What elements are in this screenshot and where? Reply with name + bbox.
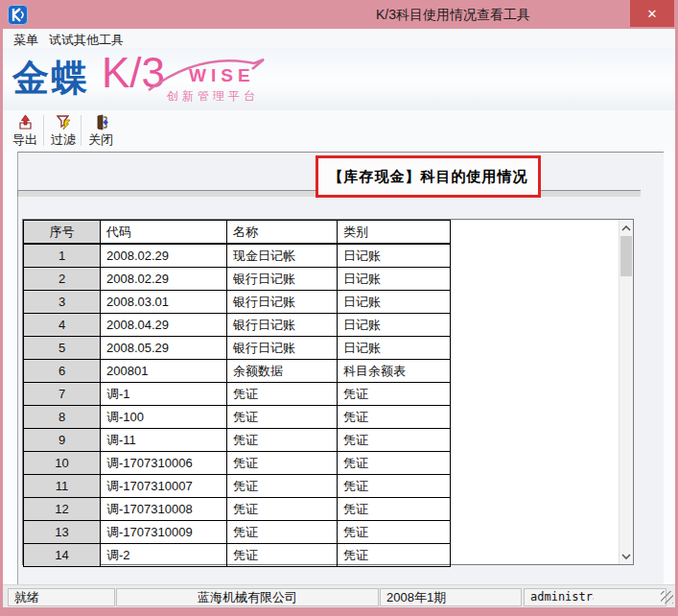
filter-button[interactable]: 过滤 <box>47 112 80 150</box>
logo-slogan: 创新管理平台 <box>167 88 259 105</box>
row-number-cell: 8 <box>24 406 101 429</box>
logo-strip: 金蝶 K/3 WISE 创新管理平台 <box>3 48 675 110</box>
app-window: { "window": { "title": "K/3科目使用情况查看工具", … <box>0 0 678 616</box>
row-number-cell: 7 <box>24 383 101 406</box>
row-number-cell: 5 <box>24 337 101 360</box>
table-cell: 凭证 <box>227 452 338 475</box>
close-tool-button[interactable]: 关闭 <box>84 112 117 150</box>
table-cell: 调-2 <box>101 544 227 567</box>
table-row[interactable]: 9调-11凭证凭证 <box>24 429 451 452</box>
table-cell: 凭证 <box>227 429 338 452</box>
table-cell: 凭证 <box>338 475 451 498</box>
table-row[interactable]: 14调-2凭证凭证 <box>24 544 451 567</box>
table-row[interactable]: 42008.04.29银行日记账日记账 <box>24 314 451 337</box>
table-cell: 凭证 <box>227 383 338 406</box>
row-number-cell: 12 <box>24 498 101 521</box>
row-number-cell: 11 <box>24 475 101 498</box>
titlebar[interactable]: K/3科目使用情况查看工具 ✕ <box>0 0 678 29</box>
table-row[interactable]: 6200801余额数据科目余额表 <box>24 360 451 383</box>
row-number-cell: 6 <box>24 360 101 383</box>
table-cell: 调-1 <box>101 383 227 406</box>
kingdee-brand-text: 金蝶 <box>12 54 89 103</box>
table-row[interactable]: 22008.02.29银行日记账日记账 <box>24 268 451 291</box>
table-cell: 凭证 <box>227 475 338 498</box>
table-cell: 银行日记账 <box>227 314 338 337</box>
row-number-cell: 13 <box>24 521 101 544</box>
table-cell: 凭证 <box>227 498 338 521</box>
status-ready: 就绪 <box>8 588 115 606</box>
export-icon <box>9 112 41 132</box>
table-cell: 凭证 <box>338 383 451 406</box>
table-row[interactable]: 10调-1707310006凭证凭证 <box>24 452 451 475</box>
close-tool-label: 关闭 <box>84 132 117 148</box>
toolbar: 导出 过滤 关闭 <box>3 110 675 152</box>
row-number-cell: 2 <box>24 268 101 291</box>
statusbar: 就绪 蓝海机械有限公司 2008年1期 administrator <box>3 584 675 607</box>
table-cell: 凭证 <box>338 521 451 544</box>
table-cell: 日记账 <box>338 314 451 337</box>
row-number-cell: 1 <box>24 244 101 268</box>
usage-grid: 序号 代码 名称 类别 12008.02.29现金日记帐日记账22008.02.… <box>22 219 634 565</box>
filter-icon <box>47 112 80 132</box>
menu-item-other-tools[interactable]: 试试其他工具 <box>45 31 128 50</box>
kingdee-app-icon[interactable] <box>8 5 28 25</box>
table-cell: 凭证 <box>227 406 338 429</box>
column-header-name: 名称 <box>227 221 338 245</box>
table-cell: 2008.04.29 <box>101 314 227 337</box>
row-number-cell: 4 <box>24 314 101 337</box>
minimize-button[interactable] <box>573 0 602 27</box>
table-cell: 凭证 <box>227 521 338 544</box>
table-cell: 200801 <box>101 360 227 383</box>
menubar: 菜单 试试其他工具 <box>3 29 675 49</box>
table-cell: 凭证 <box>338 429 451 452</box>
vertical-scrollbar[interactable] <box>619 220 633 564</box>
table-cell: 凭证 <box>227 544 338 567</box>
scroll-down-icon[interactable] <box>620 549 633 563</box>
table-row[interactable]: 32008.03.01银行日记账日记账 <box>24 291 451 314</box>
table-header-row: 序号 代码 名称 类别 <box>24 221 451 245</box>
table-cell: 日记账 <box>338 244 451 268</box>
table-cell: 2008.05.29 <box>101 337 227 360</box>
table-cell: 凭证 <box>338 452 451 475</box>
table-cell: 调-1707310008 <box>101 498 227 521</box>
toolbar-separator <box>81 115 82 146</box>
column-header-category: 类别 <box>338 221 451 245</box>
table-cell: 调-1707310007 <box>101 475 227 498</box>
menu-item-menu[interactable]: 菜单 <box>10 31 42 50</box>
table-row[interactable]: 7调-1凭证凭证 <box>24 383 451 406</box>
maximize-button[interactable] <box>602 0 629 27</box>
row-number-cell: 14 <box>24 544 101 567</box>
export-label: 导出 <box>9 132 41 148</box>
account-usage-banner: 【库存现金】科目的使用情况 <box>316 155 541 198</box>
row-number-cell: 10 <box>24 452 101 475</box>
filter-label: 过滤 <box>47 132 80 148</box>
table-cell: 凭证 <box>338 406 451 429</box>
table-row[interactable]: 12008.02.29现金日记帐日记账 <box>24 244 451 268</box>
scrollbar-thumb[interactable] <box>620 236 632 276</box>
table-cell: 余额数据 <box>227 360 338 383</box>
resize-grip[interactable] <box>661 591 673 604</box>
table-cell: 银行日记账 <box>227 291 338 314</box>
table-cell: 调-100 <box>101 406 227 429</box>
table-row[interactable]: 13调-1707310009凭证凭证 <box>24 521 451 544</box>
table-cell: 日记账 <box>338 337 451 360</box>
status-period: 2008年1期 <box>380 588 522 606</box>
close-icon: ✕ <box>647 7 658 21</box>
table-row[interactable]: 12调-1707310008凭证凭证 <box>24 498 451 521</box>
table-cell: 科目余额表 <box>338 360 451 383</box>
table-cell: 凭证 <box>338 544 451 567</box>
table-cell: 日记账 <box>338 291 451 314</box>
table-row[interactable]: 8调-100凭证凭证 <box>24 406 451 429</box>
export-button[interactable]: 导出 <box>9 112 41 150</box>
window-title: K/3科目使用情况查看工具 <box>376 7 530 24</box>
table-cell: 2008.02.29 <box>101 244 227 268</box>
table-cell: 现金日记帐 <box>227 244 338 268</box>
table-cell: 日记账 <box>338 268 451 291</box>
status-user: administrator <box>524 588 666 606</box>
scroll-up-icon[interactable] <box>620 221 633 235</box>
table-row[interactable]: 52008.05.29银行日记账日记账 <box>24 337 451 360</box>
close-button[interactable]: ✕ <box>630 0 674 27</box>
table-row[interactable]: 11调-1707310007凭证凭证 <box>24 475 451 498</box>
row-number-cell: 3 <box>24 291 101 314</box>
table-cell: 调-1707310006 <box>101 452 227 475</box>
